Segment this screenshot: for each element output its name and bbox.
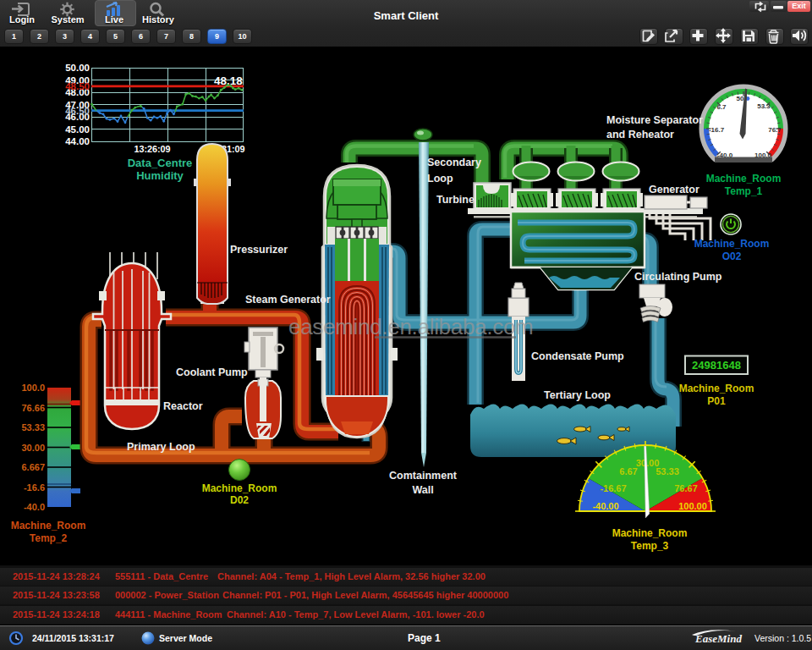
svg-text:Coolant Pump: Coolant Pump	[176, 366, 248, 378]
svg-text:6.7: 6.7	[716, 103, 727, 111]
svg-text:Temp_3: Temp_3	[631, 540, 669, 552]
svg-text:Machine_Room: Machine_Room	[612, 527, 688, 539]
svg-text:-16.7: -16.7	[709, 126, 725, 134]
svg-text:-40.0: -40.0	[24, 502, 45, 512]
svg-text:EaseMind: EaseMind	[694, 632, 742, 645]
svg-text:Wall: Wall	[412, 484, 433, 496]
svg-text:Pressurizer: Pressurizer	[230, 244, 288, 256]
svg-text:76.67: 76.67	[674, 483, 698, 493]
svg-text:24981648: 24981648	[692, 359, 741, 372]
svg-text:76.7: 76.7	[768, 126, 782, 134]
svg-text:13:26:09: 13:26:09	[134, 144, 170, 154]
svg-text:O02: O02	[722, 251, 742, 262]
svg-text:Temp_1: Temp_1	[725, 185, 763, 197]
svg-text:Machine_Room: Machine_Room	[706, 173, 782, 185]
svg-text:30.00: 30.00	[21, 443, 45, 453]
svg-text:Loop: Loop	[427, 173, 453, 185]
svg-text:-16.67: -16.67	[600, 483, 626, 493]
svg-text:-16.6: -16.6	[24, 482, 45, 493]
svg-text:6.667: 6.667	[21, 462, 45, 472]
svg-text:P01: P01	[707, 395, 726, 407]
svg-text:44.00: 44.00	[65, 136, 90, 146]
svg-text:D02: D02	[230, 494, 249, 506]
svg-text:Condensate Pump: Condensate Pump	[531, 350, 624, 362]
svg-text:-40.00: -40.00	[592, 501, 618, 511]
svg-text:and Reheator: and Reheator	[606, 129, 674, 140]
svg-text:Humidity: Humidity	[136, 169, 184, 182]
svg-text:76.66: 76.66	[21, 403, 45, 413]
svg-text:Circulating Pump: Circulating Pump	[634, 271, 722, 283]
svg-text:Moisture Separator: Moisture Separator	[606, 114, 703, 126]
svg-text:100.00: 100.00	[678, 501, 707, 511]
svg-text:45.00: 45.00	[65, 124, 90, 135]
svg-text:53.33: 53.33	[656, 466, 679, 476]
svg-text:48.50: 48.50	[65, 81, 90, 91]
svg-text:Secondary: Secondary	[427, 157, 481, 168]
svg-text:53.33: 53.33	[21, 422, 45, 432]
svg-text:Data_Centre: Data_Centre	[128, 157, 193, 169]
svg-text:Machine_Room: Machine_Room	[679, 383, 754, 394]
svg-text:Primary Loop: Primary Loop	[127, 441, 195, 453]
svg-text:50.00: 50.00	[65, 63, 90, 73]
svg-text:100.0: 100.0	[21, 383, 45, 393]
svg-text:Machine_Room: Machine_Room	[11, 520, 86, 532]
svg-text:Reactor: Reactor	[163, 400, 203, 412]
svg-text:Machine_Room: Machine_Room	[694, 238, 770, 250]
svg-text:53.3: 53.3	[757, 102, 771, 110]
svg-text:Comtainment: Comtainment	[389, 470, 458, 482]
svg-text:Machine_Room: Machine_Room	[202, 482, 277, 494]
svg-text:6.67: 6.67	[619, 466, 637, 476]
svg-text:Tertiary Loop: Tertiary Loop	[544, 389, 611, 401]
svg-text:Turbine: Turbine	[436, 194, 475, 206]
svg-text:Temp_2: Temp_2	[30, 532, 68, 544]
svg-text:Generator: Generator	[649, 184, 700, 196]
svg-text:easemind.en.alibaba.com: easemind.en.alibaba.com	[288, 314, 533, 339]
svg-text:46.50: 46.50	[65, 106, 90, 116]
svg-text:Steam Generator: Steam Generator	[245, 294, 331, 306]
